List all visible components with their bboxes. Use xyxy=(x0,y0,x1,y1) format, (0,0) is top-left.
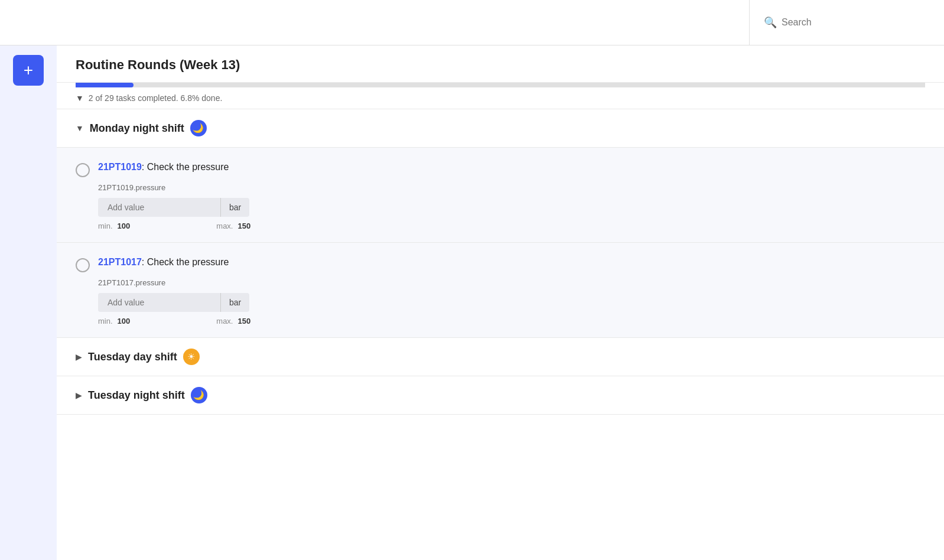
task-21pt1019-desc: : Check the pressure xyxy=(142,162,229,172)
tuesday-night-title: Tuesday night shift xyxy=(88,389,185,402)
add-button[interactable]: + xyxy=(13,55,44,86)
monday-night-title: Monday night shift xyxy=(90,122,184,135)
tuesday-day-icon: ☀ xyxy=(183,349,200,365)
task-21pt1017-max-label: max. xyxy=(216,317,233,325)
task-21pt1017-unit: bar xyxy=(220,293,249,312)
task-21pt1019-max-val: 150 xyxy=(237,222,250,230)
search-icon: 🔍 xyxy=(764,16,777,29)
task-21pt1017-id: 21PT1017 xyxy=(98,257,142,267)
tuesday-night-section-header[interactable]: ▶ Tuesday night shift 🌙 xyxy=(57,376,944,415)
tuesday-day-title: Tuesday day shift xyxy=(88,351,177,363)
progress-text: 2 of 29 tasks completed. 6.8% done. xyxy=(89,93,222,103)
collapse-chevron-icon[interactable]: ▼ xyxy=(76,93,84,103)
monday-night-chevron-icon: ▼ xyxy=(76,123,84,133)
task-21pt1019-min-val: 100 xyxy=(118,222,131,230)
task-21pt1019-unit: bar xyxy=(220,198,249,217)
task-21pt1019-title: 21PT1019: Check the pressure xyxy=(98,162,229,172)
task-21pt1019: 21PT1019: Check the pressure 21PT1019.pr… xyxy=(57,148,944,243)
task-21pt1019-value-input[interactable] xyxy=(98,198,220,217)
task-21pt1017-min-label: min. xyxy=(98,317,113,325)
main-content: Routine Rounds (Week 13) ▼ 2 of 29 tasks… xyxy=(57,45,944,560)
monday-night-section-header[interactable]: ▼ Monday night shift 🌙 xyxy=(57,109,944,148)
sidebar: + xyxy=(0,45,57,560)
tuesday-night-chevron-icon: ▶ xyxy=(76,390,82,400)
task-21pt1019-min-label: min. xyxy=(98,222,113,230)
task-21pt1019-header: 21PT1019: Check the pressure xyxy=(76,162,925,177)
task-21pt1017-title: 21PT1017: Check the pressure xyxy=(98,257,229,268)
monday-night-icon: 🌙 xyxy=(190,120,207,136)
task-21pt1017-checkbox[interactable] xyxy=(76,258,90,272)
tuesday-day-section-header[interactable]: ▶ Tuesday day shift ☀ xyxy=(57,338,944,376)
task-21pt1017-header: 21PT1017: Check the pressure xyxy=(76,257,925,272)
task-21pt1017-range: min. 100 max. 150 xyxy=(98,317,925,325)
tuesday-night-icon: 🌙 xyxy=(191,387,207,403)
task-21pt1017-desc: : Check the pressure xyxy=(142,257,229,267)
progress-row: ▼ 2 of 29 tasks completed. 6.8% done. xyxy=(76,87,925,109)
task-21pt1019-input-row: bar xyxy=(98,198,925,217)
task-21pt1017-input-row: bar xyxy=(98,293,925,312)
progress-bar-container xyxy=(76,83,925,87)
top-bar: 🔍 xyxy=(0,0,944,45)
task-21pt1017: 21PT1017: Check the pressure 21PT1017.pr… xyxy=(57,243,944,338)
progress-section: ▼ 2 of 29 tasks completed. 6.8% done. xyxy=(57,83,944,109)
layout: + Routine Rounds (Week 13) ▼ 2 of 29 tas… xyxy=(0,0,944,560)
task-21pt1017-tag: 21PT1017.pressure xyxy=(98,278,925,287)
task-21pt1017-max-val: 150 xyxy=(237,317,250,325)
task-21pt1019-tag: 21PT1019.pressure xyxy=(98,183,925,192)
task-21pt1017-value-input[interactable] xyxy=(98,293,220,312)
search-area: 🔍 xyxy=(749,0,944,45)
page-header: Routine Rounds (Week 13) xyxy=(57,45,944,83)
task-21pt1019-id: 21PT1019 xyxy=(98,162,142,172)
task-21pt1019-max-label: max. xyxy=(216,222,233,230)
task-21pt1017-min-val: 100 xyxy=(118,317,131,325)
task-21pt1019-checkbox[interactable] xyxy=(76,163,90,177)
task-21pt1019-range: min. 100 max. 150 xyxy=(98,222,925,230)
tuesday-day-chevron-icon: ▶ xyxy=(76,352,82,362)
search-input[interactable] xyxy=(782,17,930,28)
progress-bar-fill xyxy=(76,83,134,87)
page-title: Routine Rounds (Week 13) xyxy=(76,57,925,73)
